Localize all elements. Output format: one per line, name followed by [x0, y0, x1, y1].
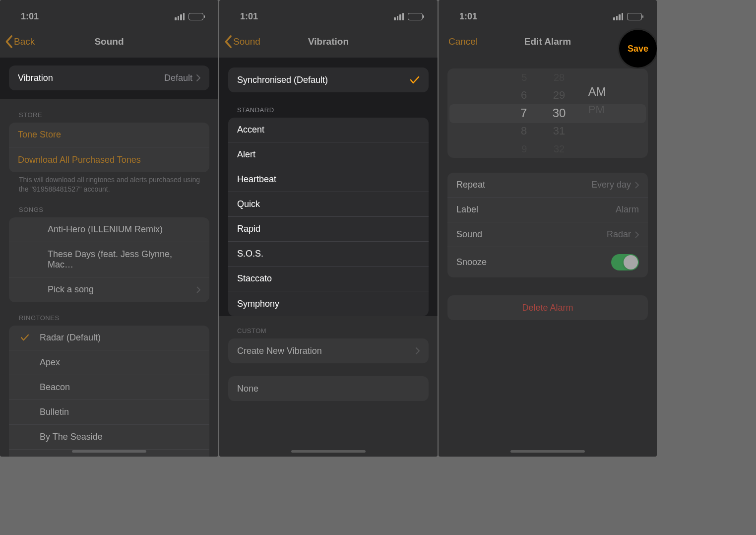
status-time: 1:01 [459, 11, 477, 22]
battery-icon [627, 13, 642, 20]
store-note: This will download all ringtones and ale… [0, 172, 218, 194]
picker-item[interactable]: AM [588, 83, 606, 101]
vibration-option-row[interactable]: Rapid [228, 217, 429, 242]
home-indicator[interactable] [291, 450, 366, 453]
cancel-button[interactable]: Cancel [443, 36, 478, 47]
chevron-right-icon [196, 286, 200, 293]
ampm-picker[interactable]: AMPM [582, 68, 648, 140]
screen-vibration: 1:01 Sound Vibration Synchronised (Defau… [219, 0, 438, 457]
status-bar: 1:01 [219, 0, 438, 28]
ringtone-row[interactable]: Beacon [9, 375, 209, 400]
vibration-label: Vibration [18, 73, 53, 83]
vibration-option-row[interactable]: S.O.S. [228, 242, 429, 267]
minute-picker[interactable]: 27282930313233 [536, 68, 582, 140]
picker-item[interactable]: 8 [521, 122, 527, 140]
checkmark-icon [410, 76, 420, 84]
picker-item[interactable]: 30 [553, 104, 566, 122]
home-indicator[interactable] [72, 450, 146, 453]
create-vibration-row[interactable]: Create New Vibration [228, 338, 429, 363]
custom-header: CUSTOM [219, 316, 438, 338]
vibration-option-row[interactable]: Accent [228, 118, 429, 142]
pick-song-row[interactable]: Pick a song [9, 277, 209, 302]
nav-bar: Sound Vibration [219, 28, 438, 58]
time-picker[interactable]: 45678910 27282930313233 AMPM [447, 68, 648, 158]
snooze-toggle[interactable] [611, 254, 639, 270]
ringtone-row[interactable]: Apex [9, 350, 209, 375]
song-row[interactable]: Anti-Hero (ILLENIUM Remix) [9, 217, 209, 242]
chevron-right-icon [416, 347, 420, 354]
snooze-row: Snooze [447, 247, 648, 277]
song-row[interactable]: These Days (feat. Jess Glynne, Mac… [9, 242, 209, 277]
vibration-option-row[interactable]: Quick [228, 192, 429, 217]
songs-header: SONGS [0, 194, 218, 217]
ringtone-row[interactable]: Radar (Default) [9, 326, 209, 350]
label-row[interactable]: Label Alarm [447, 198, 648, 222]
vibration-value: Default [164, 73, 192, 83]
picker-item[interactable]: 29 [553, 86, 565, 104]
vibration-option-row[interactable]: Heartbeat [228, 167, 429, 192]
screen-edit-alarm: 1:01 Cancel Edit Alarm Save Save 4567891… [439, 0, 657, 457]
download-all-row[interactable]: Download All Purchased Tones [9, 147, 209, 172]
picker-item[interactable]: 32 [554, 140, 565, 158]
signal-icon [175, 13, 185, 20]
screen-sound: 1:01 Back Sound Vibration Default [0, 0, 218, 457]
store-header: STORE [0, 99, 218, 123]
picker-item[interactable]: 7 [520, 104, 527, 122]
status-time: 1:01 [240, 11, 258, 22]
hour-picker[interactable]: 45678910 [447, 68, 536, 140]
nav-bar: Back Sound [0, 28, 218, 58]
chevron-right-icon [635, 231, 639, 238]
none-row[interactable]: None [228, 376, 429, 401]
chevron-left-icon [5, 35, 14, 49]
chevron-left-icon [224, 35, 233, 49]
ringtones-header: RINGTONES [0, 302, 218, 326]
tone-store-row[interactable]: Tone Store [9, 123, 209, 147]
back-button[interactable]: Sound [224, 35, 260, 49]
save-button[interactable]: Save [619, 30, 657, 67]
battery-icon [189, 13, 203, 20]
vibration-option-row[interactable]: Symphony [228, 291, 429, 316]
ringtone-row[interactable]: By The Seaside [9, 425, 209, 450]
signal-icon [613, 13, 623, 20]
vibration-option-row[interactable]: Staccato [228, 267, 429, 291]
signal-icon [394, 13, 404, 20]
battery-icon [408, 13, 423, 20]
picker-item[interactable]: 6 [521, 86, 527, 104]
picker-item[interactable]: 28 [554, 68, 565, 86]
vibration-option-row[interactable]: Alert [228, 142, 429, 167]
standard-header: STANDARD [219, 92, 438, 118]
sound-row[interactable]: Sound Radar [447, 222, 648, 247]
status-time: 1:01 [21, 11, 39, 22]
checkmark-icon [20, 334, 29, 341]
home-indicator[interactable] [510, 450, 585, 453]
ringtone-row[interactable]: Bulletin [9, 400, 209, 425]
picker-item[interactable]: PM [588, 101, 605, 119]
vibration-row[interactable]: Vibration Default [9, 66, 209, 90]
picker-item[interactable]: 9 [521, 140, 527, 158]
picker-item[interactable]: 31 [553, 122, 565, 140]
back-button[interactable]: Back [5, 35, 35, 49]
default-vibration-row[interactable]: Synchronised (Default) [228, 67, 429, 92]
repeat-row[interactable]: Repeat Every day [447, 173, 648, 198]
status-bar: 1:01 [0, 0, 218, 28]
picker-item[interactable]: 5 [521, 68, 527, 86]
chevron-right-icon [196, 74, 200, 81]
delete-alarm-button[interactable]: Delete Alarm [447, 295, 648, 320]
status-bar: 1:01 [439, 0, 657, 28]
chevron-right-icon [635, 182, 639, 189]
